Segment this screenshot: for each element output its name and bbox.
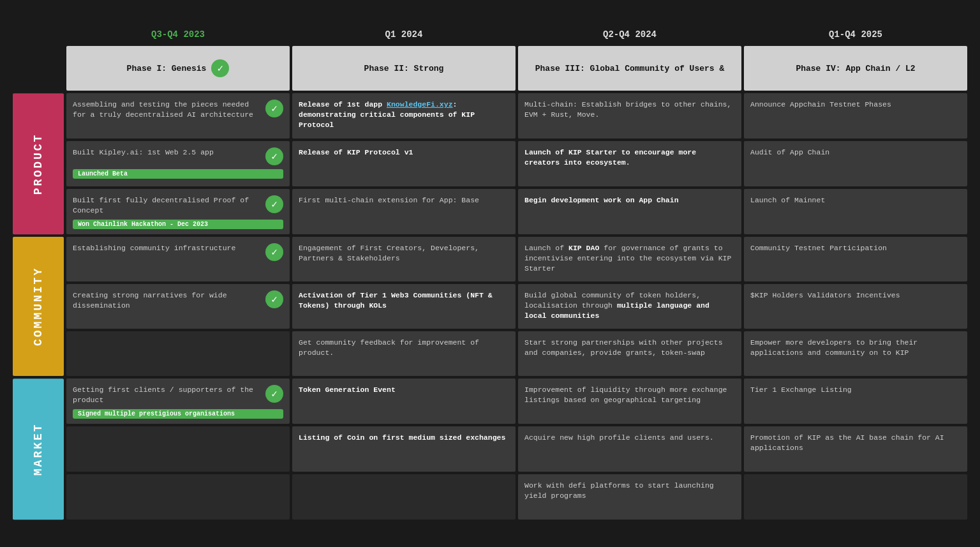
cell-market-0-1 [66, 426, 290, 472]
cell-row: First multi-chain extension for App: Bas… [299, 195, 509, 206]
sections-container: ProductAssembling and testing the pieces… [13, 93, 967, 520]
cell-product-3-0: Announce Appchain Testnet Phases [744, 93, 967, 139]
cell-text: $KIP Holders Validators Incentives [750, 290, 900, 301]
cell-community-0-0: Establishing community infrastructure✓ [66, 237, 290, 281]
checkmark-icon: ✓ [265, 385, 283, 403]
section-market: MarketGetting first clients / supporters… [13, 378, 967, 520]
section-product-col-0: Assembling and testing the pieces needed… [66, 93, 290, 234]
col-header-q3q4-2023: Q3-Q4 2023 [66, 26, 290, 43]
section-community: CommunityEstablishing community infrastr… [13, 237, 967, 376]
cell-text: Built Kipley.ai: 1st Web 2.5 app [73, 147, 214, 158]
cell-text: Begin development work on App Chain [524, 195, 679, 206]
cell-community-1-1: Activation of Tier 1 Web3 Communities (N… [292, 284, 516, 329]
section-label-product: Product [13, 93, 64, 234]
cell-text: Built first fully decentralised Proof of… [73, 195, 262, 216]
cell-text: Acquire new high profile clients and use… [524, 433, 714, 443]
cell-text: Assembling and testing the pieces needed… [73, 100, 262, 120]
cell-row: Promotion of KIP as the AI base chain fo… [750, 433, 961, 453]
cell-community-1-0: Engagement of First Creators, Developers… [292, 237, 516, 281]
cell-text: Announce Appchain Testnet Phases [750, 100, 891, 110]
section-label-community: Community [13, 237, 64, 376]
cell-community-3-1: $KIP Holders Validators Incentives [744, 284, 967, 329]
cell-market-3-2 [744, 474, 967, 520]
badge-launched: Launched Beta [73, 169, 283, 179]
cell-row: Build global community of token holders,… [524, 290, 735, 321]
cell-text: Establishing community infrastructure [73, 243, 235, 253]
cell-row: Launch of KIP DAO for governance of gran… [524, 243, 735, 274]
col-header-q1-2024: Q1 2024 [292, 26, 516, 43]
cell-row: Acquire new high profile clients and use… [524, 433, 735, 443]
cell-row: Creating strong narratives for wide diss… [73, 290, 283, 311]
cell-row: Improvement of liquidity through more ex… [524, 385, 735, 405]
badge-signed: Signed multiple prestigious organisation… [73, 409, 283, 419]
cell-text: Improvement of liquidity through more ex… [524, 385, 735, 405]
cell-text: First multi-chain extension for App: Bas… [299, 195, 479, 206]
cell-row: Getting first clients / supporters of th… [73, 385, 283, 405]
cell-text: Listing of Coin on first medium sized ex… [299, 433, 505, 443]
cell-community-0-1: Creating strong narratives for wide diss… [66, 284, 290, 329]
section-community-col-2: Launch of KIP DAO for governance of gran… [518, 237, 741, 376]
cell-row: Listing of Coin on first medium sized ex… [299, 433, 509, 443]
cell-community-0-2 [66, 331, 290, 376]
cell-text: Getting first clients / supporters of th… [73, 385, 262, 405]
cell-market-1-0: Token Generation Event [292, 378, 516, 424]
cell-market-1-1: Listing of Coin on first medium sized ex… [292, 426, 516, 472]
section-label-market: Market [13, 378, 64, 520]
col-header-q1q4-2025: Q1-Q4 2025 [744, 26, 967, 43]
cell-text: Tier 1 Exchange Listing [750, 385, 852, 395]
cell-row: Start strong partnerships with other pro… [524, 338, 735, 358]
cell-row: Get community feedback for improvement o… [299, 338, 509, 358]
cell-row: Engagement of First Creators, Developers… [299, 243, 509, 264]
cell-text: Token Generation Event [299, 385, 396, 395]
cell-row: Multi-chain: Establish bridges to other … [524, 100, 735, 120]
cell-text: Launch of KIP DAO for governance of gran… [524, 243, 735, 274]
cell-community-2-1: Build global community of token holders,… [518, 284, 741, 329]
section-product-col-1: Release of 1st dapp KnowledgeFi.xyz: dem… [292, 93, 516, 234]
cell-row: Activation of Tier 1 Web3 Communities (N… [299, 290, 509, 311]
checkmark-icon: ✓ [265, 147, 283, 165]
cell-row: Community Testnet Participation [750, 243, 961, 253]
badge-won: Won Chainlink Hackathon - Dec 2023 [73, 220, 283, 229]
cell-text: Get community feedback for improvement o… [299, 338, 509, 358]
cell-market-0-2 [66, 474, 290, 520]
cell-row: Token Generation Event [299, 385, 509, 395]
cell-product-2-0: Multi-chain: Establish bridges to other … [518, 93, 741, 139]
cell-row: Begin development work on App Chain [524, 195, 735, 206]
cell-market-0-0: Getting first clients / supporters of th… [66, 378, 290, 424]
cell-text: Creating strong narratives for wide diss… [73, 290, 262, 311]
cell-market-2-1: Acquire new high profile clients and use… [518, 426, 741, 472]
cell-product-2-2: Begin development work on App Chain [518, 189, 741, 234]
section-community-col-0: Establishing community infrastructure✓Cr… [66, 237, 290, 376]
roadmap-container: Q3-Q4 2023 Q1 2024 Q2-Q4 2024 Q1-Q4 2025… [13, 26, 967, 520]
section-product-col-3: Announce Appchain Testnet PhasesAudit of… [744, 93, 967, 234]
cell-row: Announce Appchain Testnet Phases [750, 100, 961, 110]
checkmark-icon: ✓ [265, 195, 283, 213]
cell-market-2-2: Work with defi platforms to start launch… [518, 474, 741, 520]
section-market-col-2: Improvement of liquidity through more ex… [518, 378, 741, 520]
cell-product-0-0: Assembling and testing the pieces needed… [66, 93, 290, 139]
section-market-col-3: Tier 1 Exchange ListingPromotion of KIP … [744, 378, 967, 520]
section-community-col-1: Engagement of First Creators, Developers… [292, 237, 516, 376]
phase-headers: Phase I: Genesis✓ Phase II: Strong Phase… [13, 46, 967, 91]
cell-text: Audit of App Chain [750, 147, 829, 158]
col-header-q2q4-2024: Q2-Q4 2024 [518, 26, 741, 43]
cell-row: $KIP Holders Validators Incentives [750, 290, 961, 301]
cell-community-2-2: Start strong partnerships with other pro… [518, 331, 741, 376]
cell-product-3-1: Audit of App Chain [744, 141, 967, 186]
cell-text: Engagement of First Creators, Developers… [299, 243, 509, 264]
cell-market-1-2 [292, 474, 516, 520]
section-product: ProductAssembling and testing the pieces… [13, 93, 967, 234]
cell-row: Establishing community infrastructure✓ [73, 243, 283, 261]
cell-text: Launch of KIP Starter to encourage more … [524, 147, 735, 168]
cell-product-0-2: Built first fully decentralised Proof of… [66, 189, 290, 234]
phase-header-4: Phase IV: App Chain / L2 [744, 46, 967, 91]
col-headers: Q3-Q4 2023 Q1 2024 Q2-Q4 2024 Q1-Q4 2025 [13, 26, 967, 43]
cell-row: Assembling and testing the pieces needed… [73, 100, 283, 120]
section-market-col-1: Token Generation EventListing of Coin on… [292, 378, 516, 520]
phase-header-1: Phase I: Genesis✓ [66, 46, 290, 91]
phase-header-2: Phase II: Strong [292, 46, 516, 91]
cell-text: Promotion of KIP as the AI base chain fo… [750, 433, 961, 453]
cell-product-0-1: Built Kipley.ai: 1st Web 2.5 app✓Launche… [66, 141, 290, 186]
cell-row: Built first fully decentralised Proof of… [73, 195, 283, 216]
cell-product-1-2: First multi-chain extension for App: Bas… [292, 189, 516, 234]
